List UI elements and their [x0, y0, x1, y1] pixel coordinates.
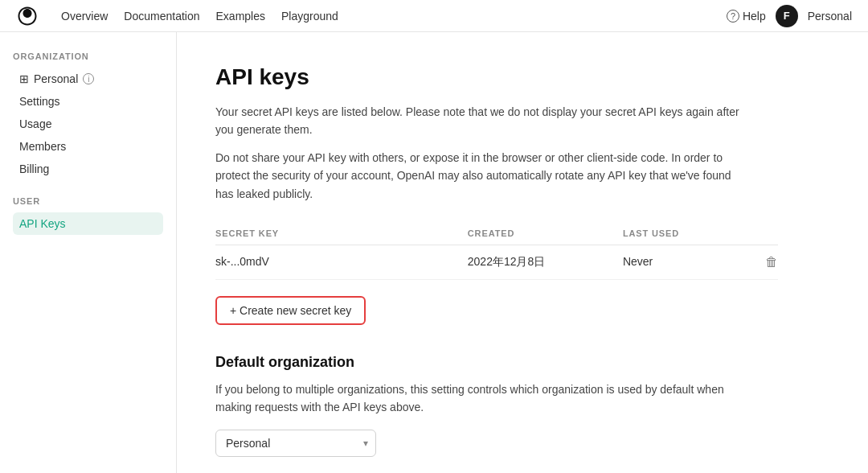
topnav-right: ? Help F Personal [727, 5, 852, 27]
create-secret-key-button[interactable]: + Create new secret key [215, 296, 366, 325]
sidebar-personal-label: Personal [34, 72, 78, 85]
api-key-created: 2022年12月8日 [468, 245, 623, 279]
default-org-desc: If you belong to multiple organizations,… [215, 380, 746, 417]
sidebar: ORGANIZATION ⊞ Personal i Settings Usage… [0, 32, 177, 473]
help-button[interactable]: ? Help [727, 10, 766, 23]
sidebar-item-usage[interactable]: Usage [13, 113, 163, 135]
api-keys-table: SECRET KEY CREATED LAST USED sk-...0mdV … [215, 222, 778, 280]
sidebar-item-members[interactable]: Members [13, 135, 163, 158]
info-icon[interactable]: i [83, 73, 94, 84]
topnav-examples[interactable]: Examples [216, 10, 265, 23]
user-section: USER API Keys [13, 196, 163, 235]
delete-key-icon[interactable]: 🗑 [765, 255, 778, 269]
help-circle-icon: ? [727, 10, 739, 23]
col-header-action [739, 222, 778, 245]
layout: ORGANIZATION ⊞ Personal i Settings Usage… [0, 32, 868, 473]
openai-logo [16, 5, 39, 27]
help-label: Help [743, 10, 766, 23]
topnav-links: Overview Documentation Examples Playgrou… [61, 10, 707, 23]
sidebar-item-settings[interactable]: Settings [13, 90, 163, 113]
building-icon: ⊞ [19, 72, 29, 85]
org-section-label: ORGANIZATION [13, 51, 163, 61]
api-key-value: sk-...0mdV [215, 245, 468, 279]
col-header-created: CREATED [468, 222, 623, 245]
api-key-lastused: Never [623, 245, 739, 279]
topnav-personal-label[interactable]: Personal [808, 10, 852, 23]
topnav-overview[interactable]: Overview [61, 10, 108, 23]
sidebar-personal-row: ⊞ Personal i [13, 68, 163, 90]
create-btn-wrap: + Create new secret key [215, 296, 829, 325]
topnav-documentation[interactable]: Documentation [124, 10, 199, 23]
table-row: sk-...0mdV 2022年12月8日 Never 🗑 [215, 245, 778, 279]
topnav-playground[interactable]: Playground [281, 10, 338, 23]
default-org-title: Default organization [215, 354, 829, 371]
org-select-wrap: Personal ▾ [215, 430, 376, 457]
page-desc-2: Do not share your API key with others, o… [215, 149, 746, 203]
note-text: Note: You can also specify which organiz… [215, 470, 746, 473]
page-title: API keys [215, 64, 829, 90]
sidebar-item-api-keys[interactable]: API Keys [13, 212, 163, 235]
col-header-lastused: LAST USED [623, 222, 739, 245]
topnav: Overview Documentation Examples Playgrou… [0, 0, 868, 32]
user-section-label: USER [13, 196, 163, 206]
col-header-key: SECRET KEY [215, 222, 468, 245]
org-section: ORGANIZATION ⊞ Personal i Settings Usage… [13, 51, 163, 180]
main-content: API keys Your secret API keys are listed… [177, 32, 868, 473]
page-desc-1: Your secret API keys are listed below. P… [215, 103, 746, 139]
avatar[interactable]: F [776, 5, 798, 27]
org-select[interactable]: Personal [215, 430, 376, 457]
sidebar-item-billing[interactable]: Billing [13, 158, 163, 180]
